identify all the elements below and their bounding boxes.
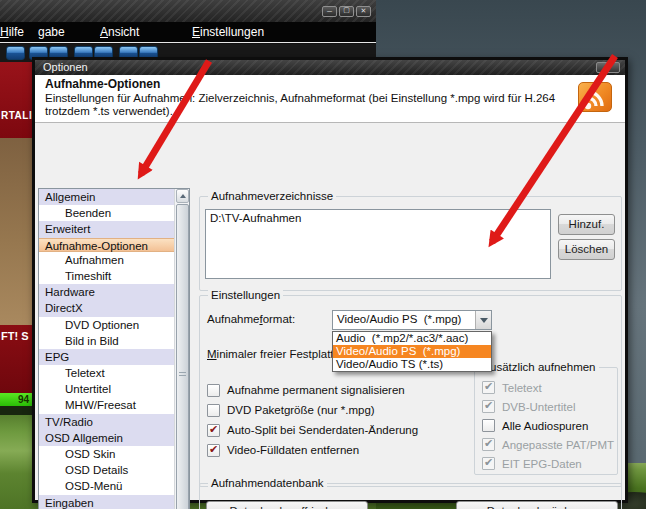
delete-button[interactable]: Löschen — [558, 239, 615, 260]
settings-group: Einstellungen Aufnahmeformat: Video/Audi… — [199, 295, 622, 487]
sidebar-item[interactable]: Hardware — [39, 284, 175, 300]
recording-checkboxes: Aufnahme permanent signalisierenDVD Pake… — [207, 380, 477, 460]
sidebar-item[interactable]: Eingaben — [39, 495, 175, 509]
format-dropdown-list: Audio (*.mp2/*.ac3/*.aac)Video/Audio PS … — [332, 331, 492, 372]
banner-top-text: RTALI — [1, 110, 32, 121]
sidebar-item[interactable]: DVD Optionen — [39, 317, 175, 333]
checkbox[interactable]: Teletext — [482, 378, 617, 397]
page-description: Einstellungen für Aufnahmen: Zielverzeic… — [45, 92, 585, 118]
scroll-up-icon[interactable] — [176, 189, 189, 203]
checkbox[interactable]: DVB-Untertitel — [482, 397, 617, 416]
page-title: Aufnahme-Optionen — [45, 77, 160, 91]
banner-mid-text: FT! S — [1, 330, 29, 342]
options-dialog: Optionen Aufnahme-Optionen Einstellungen… — [32, 57, 628, 503]
group-label: Einstellungen — [208, 289, 283, 301]
sidebar-item[interactable]: Bild in Bild — [39, 333, 175, 349]
recording-format-combobox[interactable]: Video/Audio PS (*.mpg) — [332, 310, 492, 330]
checkbox-box — [207, 384, 220, 397]
sidebar-item[interactable]: Beenden — [39, 205, 175, 221]
menu-item[interactable]: gabe — [38, 25, 65, 39]
group-label: Zusätzlich aufnehmen — [480, 361, 599, 373]
sidebar-item[interactable]: Erweitert — [39, 221, 175, 237]
sidebar-item[interactable]: DirectX — [39, 300, 175, 316]
database-group: Aufnahmendatenbank Datenbank auffrischen… — [199, 483, 622, 509]
sidebar-item[interactable]: Untertitel — [39, 381, 175, 397]
sidebar-list: AllgemeinBeendenErweitertAufnahme-Option… — [39, 189, 175, 509]
dialog-close-button[interactable] — [596, 62, 620, 73]
group-label: Aufnahmeverzeichnisse — [208, 190, 336, 202]
combobox-value: Video/Audio PS (*.mpg) — [337, 313, 461, 325]
menu-item[interactable]: Hilfe — [0, 25, 24, 39]
chevron-down-icon[interactable] — [475, 311, 491, 329]
sidebar-item[interactable]: Aufnahmen — [39, 252, 175, 268]
dropdown-option[interactable]: Video/Audio TS (*.ts) — [333, 358, 491, 371]
minimize-button[interactable] — [322, 6, 337, 17]
dropdown-option[interactable]: Video/Audio PS (*.mpg) — [333, 345, 491, 358]
dialog-header: Aufnahme-Optionen Einstellungen für Aufn… — [35, 75, 625, 123]
sidebar-item[interactable]: Aufnahme-Optionen — [39, 238, 175, 252]
group-label: Aufnahmendatenbank — [208, 477, 327, 489]
sidebar-item[interactable]: MHW/Freesat — [39, 397, 175, 413]
toolbar-icon[interactable] — [6, 46, 25, 60]
add-button[interactable]: Hinzuf. — [558, 214, 615, 235]
maximize-button[interactable] — [339, 6, 354, 17]
sidebar-item[interactable]: OSD Details — [39, 462, 175, 478]
sidebar-scrollbar[interactable] — [174, 189, 189, 509]
checkbox[interactable]: DVD Paketgröße (nur *.mpg) — [207, 400, 477, 420]
scrollbar-thumb[interactable] — [176, 204, 189, 509]
clean-database-button[interactable]: Datenbank säubern — [456, 501, 618, 509]
screen: gabeAnsichtEinstellungenHilfe RTALI FT! … — [0, 0, 646, 509]
record-broadcast-icon — [578, 82, 612, 112]
sidebar-item[interactable]: OSD Allgemein — [39, 430, 175, 446]
checkbox-box — [482, 438, 495, 451]
checkbox-box — [207, 444, 220, 457]
sidebar-item[interactable]: OSD Skin — [39, 446, 175, 462]
sidebar-item[interactable]: Allgemein — [39, 189, 175, 205]
sidebar-item[interactable]: OSD-Menü — [39, 478, 175, 494]
sidebar-item[interactable]: Timeshift — [39, 268, 175, 284]
checkbox[interactable]: Alle Audiospuren — [482, 416, 617, 435]
window-titlebar[interactable] — [0, 0, 376, 22]
additional-record-group: Zusätzlich aufnehmen TeletextDVB-Unterti… — [474, 367, 618, 475]
checkbox[interactable]: Aufnahme permanent signalisieren — [207, 380, 477, 400]
menu-item[interactable]: Ansicht — [100, 25, 139, 39]
close-button[interactable] — [356, 6, 371, 17]
recording-format-label: Aufnahmeformat: — [207, 313, 295, 325]
refresh-database-button[interactable]: Datenbank auffrischen — [206, 501, 368, 509]
checkbox-box — [482, 419, 495, 432]
sidebar-item[interactable]: EPG — [39, 349, 175, 365]
dialog-title: Optionen — [43, 61, 88, 73]
checkbox[interactable]: Auto-Split bei Senderdaten-Änderung — [207, 420, 477, 440]
checkbox-box — [482, 381, 495, 394]
directory-entry[interactable]: D:\TV-Aufnahmen — [206, 210, 550, 226]
dialog-titlebar[interactable]: Optionen — [35, 60, 625, 75]
menu-item[interactable]: Einstellungen — [192, 25, 264, 39]
checkbox[interactable]: EIT EPG-Daten — [482, 454, 617, 473]
dropdown-option[interactable]: Audio (*.mp2/*.ac3/*.aac) — [333, 332, 491, 345]
checkbox-box — [207, 404, 220, 417]
checkbox[interactable]: Angepasste PAT/PMT — [482, 435, 617, 454]
dialog-body: AllgemeinBeendenErweitertAufnahme-Option… — [35, 123, 625, 500]
recording-directories-group: Aufnahmeverzeichnisse D:\TV-Aufnahmen Hi… — [199, 196, 622, 291]
checkbox-box — [482, 400, 495, 413]
checkbox[interactable]: Video-Fülldaten entfernen — [207, 440, 477, 460]
sidebar-item[interactable]: Teletext — [39, 365, 175, 381]
options-sidebar: AllgemeinBeendenErweitertAufnahme-Option… — [38, 188, 190, 509]
checkbox-box — [482, 457, 495, 470]
menu-bar: gabeAnsichtEinstellungenHilfe — [0, 22, 376, 43]
additional-checkboxes: TeletextDVB-UntertitelAlle AudiospurenAn… — [475, 368, 617, 473]
score-value: 94 — [0, 393, 29, 406]
checkbox-box — [207, 424, 220, 437]
min-disk-space-label: Minimaler freier Festplatten — [207, 348, 346, 360]
sidebar-item[interactable]: TV/Radio — [39, 414, 175, 430]
directory-list[interactable]: D:\TV-Aufnahmen — [205, 209, 551, 279]
